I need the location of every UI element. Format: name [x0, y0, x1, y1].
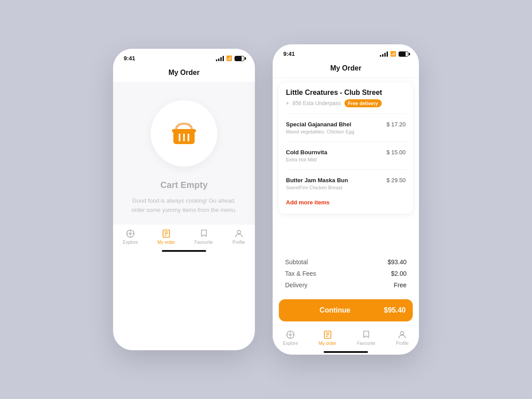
left-bottom-nav: Explore My order Favourite [113, 224, 255, 247]
subtotal-label: Subtotal [285, 258, 308, 266]
right-wifi-icon: 📶 [390, 51, 396, 57]
add-more-items-button[interactable]: Add more items [286, 195, 406, 207]
myorder-icon [161, 229, 171, 239]
continue-button[interactable]: Continue $95.40 [279, 299, 413, 321]
battery-icon [235, 56, 244, 61]
left-nav-myorder[interactable]: My order [157, 229, 175, 245]
left-header: My Order [113, 65, 255, 82]
svg-point-17 [289, 334, 291, 336]
right-profile-label: Profile [396, 341, 408, 346]
right-status-icons: 📶 [380, 51, 408, 57]
right-myorder-icon [323, 330, 332, 340]
wifi-icon: 📶 [226, 55, 232, 61]
left-title: My Order [113, 69, 255, 77]
left-status-icons: 📶 [216, 55, 244, 61]
cart-empty-desc: Good food is always cooking! Go ahead, o… [126, 196, 242, 215]
right-home-indicator [324, 351, 368, 353]
item-1-desc: Mixed vegetables, Chicken Egg [286, 129, 354, 134]
right-header: My Order [273, 61, 419, 78]
right-title: My Order [273, 64, 419, 72]
delivery-label: Delivery [285, 282, 308, 289]
signal-icon [216, 56, 224, 61]
right-signal-icon [380, 51, 388, 57]
left-myorder-label: My order [157, 240, 175, 245]
divider-2 [286, 141, 406, 142]
right-explore-label: Explore [283, 341, 298, 346]
item-3-desc: SweetFire Chicken Breast [286, 185, 348, 190]
explore-icon [125, 229, 135, 239]
favourite-icon [199, 229, 209, 239]
left-profile-label: Profile [233, 240, 245, 245]
continue-price: $95.40 [384, 306, 406, 314]
left-status-bar: 9:41 📶 [113, 49, 255, 65]
right-status-bar: 9:41 📶 [273, 44, 419, 61]
order-summary: Subtotal $93.40 Tax & Fees $2.00 Deliver… [273, 250, 419, 299]
item-2-name: Cold Bournvita [286, 149, 327, 156]
subtotal-value: $93.40 [387, 258, 407, 266]
svg-point-6 [129, 233, 131, 235]
right-battery-icon [399, 51, 408, 57]
item-2-price: $ 15.00 [387, 149, 406, 156]
divider-1 [286, 113, 406, 114]
restaurant-address: 856 Esta Underpass [293, 100, 341, 106]
svg-rect-3 [188, 133, 189, 141]
left-nav-profile[interactable]: Profile [233, 229, 245, 245]
left-nav-favourite[interactable]: Favourite [195, 229, 213, 245]
phones-container: 9:41 📶 My Order [113, 44, 419, 355]
right-time: 9:41 [283, 51, 295, 57]
basket-icon [166, 116, 202, 151]
restaurant-name: Little Creatures - Club Street [286, 89, 406, 97]
right-nav-explore[interactable]: Explore [283, 330, 298, 346]
basket-circle [151, 100, 217, 167]
left-home-indicator [162, 250, 206, 252]
item-3-price: $ 29.50 [387, 177, 406, 184]
right-nav-favourite[interactable]: Favourite [357, 330, 376, 346]
order-item-3: Butter Jam Maska Bun SweetFire Chicken B… [286, 172, 406, 195]
cart-empty-title: Cart Empty [160, 180, 208, 190]
left-favourite-label: Favourite [195, 240, 213, 245]
right-phone: 9:41 📶 My Order Little Creatures - Club … [273, 44, 419, 355]
right-favourite-label: Favourite [357, 341, 376, 346]
continue-label: Continue [286, 306, 384, 314]
restaurant-card: Little Creatures - Club Street ⌖ 856 Est… [279, 82, 413, 214]
right-myorder-label: My order [319, 341, 336, 346]
tax-row: Tax & Fees $2.00 [285, 270, 407, 277]
left-nav-explore[interactable]: Explore [123, 229, 138, 245]
right-nav-profile[interactable]: Profile [396, 330, 408, 346]
delivery-row: Delivery Free [285, 282, 407, 289]
right-explore-icon [286, 330, 295, 340]
location-pin-icon: ⌖ [286, 100, 289, 106]
svg-point-26 [401, 332, 404, 335]
right-favourite-icon [361, 330, 371, 340]
right-bottom-nav: Explore My order Favourite [273, 325, 419, 348]
subtotal-row: Subtotal $93.40 [285, 258, 407, 266]
item-3-name: Butter Jam Maska Bun [286, 177, 348, 184]
tax-label: Tax & Fees [285, 270, 316, 277]
delivery-value: Free [394, 282, 407, 289]
restaurant-meta: ⌖ 856 Esta Underpass Free delivery [286, 99, 406, 107]
svg-rect-4 [172, 129, 196, 133]
order-item-2: Cold Bournvita Extra Hot Mild $ 15.00 [286, 145, 406, 167]
left-phone: 9:41 📶 My Order [113, 49, 255, 350]
divider-3 [286, 169, 406, 170]
tax-value: $2.00 [391, 270, 407, 277]
free-delivery-badge: Free delivery [344, 99, 382, 107]
item-2-desc: Extra Hot Mild [286, 157, 327, 162]
svg-rect-1 [179, 133, 180, 141]
left-time: 9:41 [124, 55, 135, 62]
right-profile-icon [397, 330, 407, 340]
item-1-name: Special Gajananad Bhel [286, 121, 354, 128]
order-item-1: Special Gajananad Bhel Mixed vegetables,… [286, 117, 406, 139]
profile-icon [234, 229, 244, 239]
svg-rect-2 [183, 133, 185, 141]
item-1-price: $ 17.20 [387, 121, 406, 128]
right-nav-myorder[interactable]: My order [319, 330, 336, 346]
svg-point-15 [237, 230, 240, 233]
cart-empty-area: Cart Empty Good food is always cooking! … [113, 82, 255, 224]
left-explore-label: Explore [123, 240, 138, 245]
